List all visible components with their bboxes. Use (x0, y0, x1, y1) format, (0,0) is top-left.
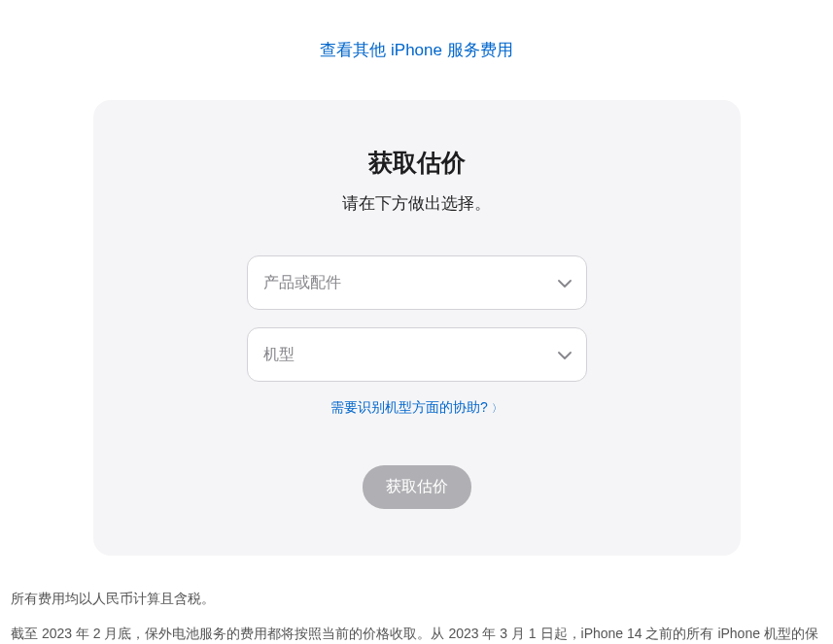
card-subtitle: 请在下方做出选择。 (132, 192, 702, 215)
product-select-wrapper: 产品或配件 (247, 255, 587, 310)
model-select-placeholder: 机型 (263, 345, 295, 365)
page-container: 查看其他 iPhone 服务费用 获取估价 请在下方做出选择。 产品或配件 机型 (0, 0, 833, 644)
chevron-down-icon (558, 274, 572, 291)
help-link-text: 需要识别机型方面的协助? (330, 399, 488, 415)
model-select[interactable]: 机型 (247, 327, 587, 382)
footer-text: 所有费用均以人民币计算且含税。 截至 2023 年 2 月底，保外电池服务的费用… (0, 556, 833, 644)
chevron-down-icon (558, 346, 572, 363)
card-title: 获取估价 (132, 147, 702, 179)
footer-line-1: 所有费用均以人民币计算且含税。 (11, 583, 822, 614)
get-estimate-button[interactable]: 获取估价 (363, 465, 471, 509)
other-services-link[interactable]: 查看其他 iPhone 服务费用 (0, 0, 833, 61)
model-select-wrapper: 机型 (247, 327, 587, 382)
identify-model-help-link[interactable]: 需要识别机型方面的协助?〉 (132, 399, 702, 417)
chevron-right-icon: 〉 (492, 402, 503, 414)
estimate-card: 获取估价 请在下方做出选择。 产品或配件 机型 (93, 100, 741, 556)
product-select[interactable]: 产品或配件 (247, 255, 587, 310)
product-select-placeholder: 产品或配件 (263, 273, 341, 293)
footer-wrapper: 所有费用均以人民币计算且含税。 截至 2023 年 2 月底，保外电池服务的费用… (0, 556, 833, 644)
footer-line-2: 截至 2023 年 2 月底，保外电池服务的费用都将按照当前的价格收取。从 20… (11, 618, 822, 644)
